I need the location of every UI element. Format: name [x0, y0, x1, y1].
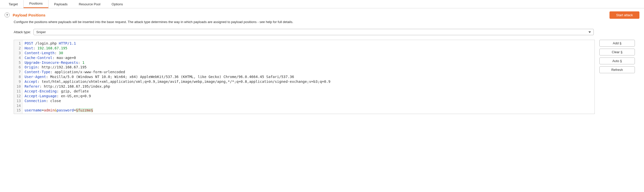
tab-resource-pool[interactable]: Resource Pool	[73, 0, 106, 8]
tab-payloads[interactable]: Payloads	[48, 0, 73, 8]
position-buttons: Add § Clear § Auto § Refresh	[599, 40, 635, 73]
tab-options[interactable]: Options	[106, 0, 129, 8]
start-attack-button[interactable]: Start attack	[609, 11, 639, 19]
add-position-button[interactable]: Add §	[599, 40, 635, 47]
request-code[interactable]: POST /login.php HTTP/1.1 Host: 192.168.6…	[23, 40, 595, 114]
page-title: Payload Positions	[13, 13, 45, 17]
refresh-button[interactable]: Refresh	[599, 66, 635, 73]
line-gutter: 1 2 3 4 5 6 7 8 9 10 11 12 13 14 15	[14, 40, 23, 114]
intruder-tabs: Target Positions Payloads Resource Pool …	[0, 0, 644, 8]
tab-target[interactable]: Target	[3, 0, 24, 8]
attack-type-value: Sniper	[36, 30, 46, 34]
section-description: Configure the positions where payloads w…	[14, 20, 639, 24]
tab-positions[interactable]: Positions	[24, 0, 48, 8]
attack-type-label: Attack type:	[14, 30, 31, 34]
help-icon[interactable]: ?	[5, 12, 10, 17]
chevron-down-icon	[588, 31, 591, 33]
auto-positions-button[interactable]: Auto §	[599, 57, 635, 64]
payload-marker[interactable]: §fuzzme§	[76, 108, 93, 112]
request-editor[interactable]: 1 2 3 4 5 6 7 8 9 10 11 12 13 14 15 POST…	[14, 40, 595, 114]
attack-type-select[interactable]: Sniper	[33, 29, 594, 35]
clear-positions-button[interactable]: Clear §	[599, 49, 635, 55]
